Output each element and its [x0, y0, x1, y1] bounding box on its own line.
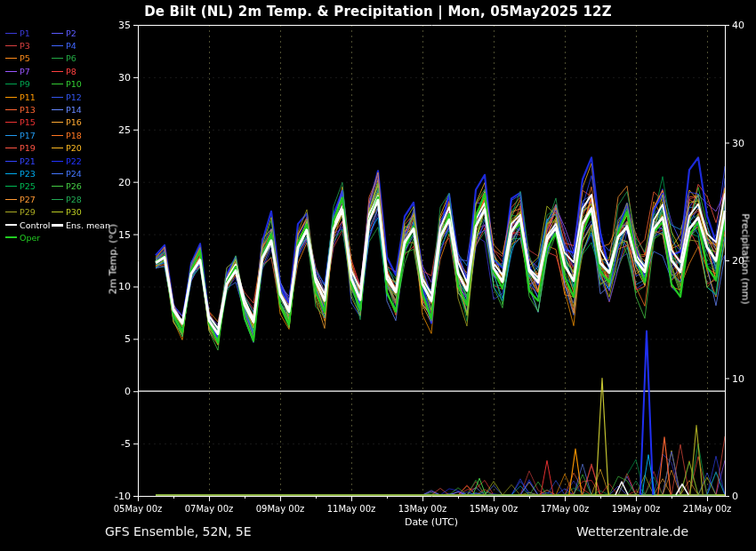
legend-color-dash [5, 97, 17, 98]
legend-color-dash [52, 122, 63, 123]
legend-item-p27: P27 [5, 193, 52, 205]
legend-label: P30 [66, 207, 82, 217]
legend-color-dash [5, 212, 17, 212]
legend-item-ensmean: Ens. mean [52, 219, 103, 231]
legend-color-dash [52, 224, 63, 227]
legend-item-p16: P16 [52, 116, 103, 129]
legend-color-dash [5, 186, 17, 187]
legend-color-dash [52, 186, 63, 187]
legend-label: P29 [20, 207, 36, 217]
legend-label: P6 [66, 53, 76, 63]
footer-site-label: Wetterzentrale.de [576, 524, 688, 539]
legend-label: Oper [20, 233, 40, 243]
legend-item-p19: P19 [5, 142, 52, 155]
meteogram-page: De Bilt (NL) 2m Temp. & Precipitation | … [0, 0, 756, 551]
legend-item-p3: P3 [5, 39, 52, 52]
legend-item-p30: P30 [52, 205, 103, 218]
legend-label: P2 [66, 28, 76, 38]
legend-label: P3 [20, 41, 30, 51]
legend-color-dash [5, 84, 17, 84]
legend-color-dash [5, 224, 17, 226]
legend-item-control: Control [5, 219, 52, 231]
legend-color-dash [5, 148, 17, 148]
legend-label: P4 [66, 41, 76, 51]
legend-item-p9: P9 [5, 78, 52, 91]
legend-color-dash [52, 161, 63, 162]
legend-item-p26: P26 [52, 180, 103, 193]
legend-label: P21 [20, 156, 36, 166]
legend-label: P5 [20, 53, 30, 63]
legend-label: P18 [66, 131, 82, 140]
legend-item-oper: Oper [5, 231, 52, 244]
legend-color-dash [52, 148, 63, 148]
y-axis-label-precip: Precipitation (mm) [740, 171, 752, 348]
legend-color-dash [52, 109, 63, 110]
legend: P1P2P3P4P5P6P7P8P9P10P11P12P13P14P15P16P… [5, 27, 103, 244]
legend-item-p18: P18 [52, 129, 103, 141]
legend-item-p22: P22 [52, 155, 103, 167]
legend-label: P13 [20, 105, 36, 115]
legend-label: P22 [66, 156, 82, 166]
legend-color-dash [5, 173, 17, 174]
legend-label: P14 [66, 105, 82, 115]
legend-color-dash [5, 71, 17, 72]
legend-item-p12: P12 [52, 91, 103, 103]
legend-label: P10 [66, 79, 82, 89]
legend-item-p13: P13 [5, 103, 52, 116]
legend-label: Control [20, 220, 50, 230]
legend-color-dash [5, 236, 17, 238]
legend-item-p7: P7 [5, 65, 52, 77]
legend-label: P28 [66, 195, 82, 204]
legend-item-p25: P25 [5, 180, 52, 193]
legend-color-dash [5, 135, 17, 136]
legend-item-p21: P21 [5, 155, 52, 167]
legend-label: P23 [20, 169, 36, 179]
legend-color-dash [5, 109, 17, 110]
legend-label: P27 [20, 195, 36, 204]
chart-title: De Bilt (NL) 2m Temp. & Precipitation | … [0, 4, 756, 20]
legend-item-p17: P17 [5, 129, 52, 141]
legend-color-dash [5, 199, 17, 200]
legend-color-dash [5, 33, 17, 34]
legend-color-dash [52, 58, 63, 59]
legend-color-dash [52, 199, 63, 200]
legend-item-p15: P15 [5, 116, 52, 129]
legend-item-p1: P1 [5, 27, 52, 39]
legend-label: P15 [20, 117, 36, 127]
legend-color-dash [5, 161, 17, 162]
legend-color-dash [52, 71, 63, 72]
legend-item-p4: P4 [52, 39, 103, 52]
legend-item-p5: P5 [5, 52, 52, 65]
legend-color-dash [5, 58, 17, 59]
legend-label: P9 [20, 79, 30, 89]
legend-item-p20: P20 [52, 142, 103, 155]
legend-label: P1 [20, 28, 30, 38]
legend-color-dash [5, 122, 17, 123]
legend-color-dash [5, 45, 17, 46]
legend-label: P24 [66, 169, 82, 179]
legend-label: P19 [20, 143, 36, 153]
legend-label: P16 [66, 117, 82, 127]
legend-label: P20 [66, 143, 82, 153]
legend-label: P26 [66, 181, 82, 191]
legend-item-p6: P6 [52, 52, 103, 65]
legend-label: P7 [20, 67, 30, 76]
legend-label: Ens. mean [66, 220, 110, 230]
legend-color-dash [52, 212, 63, 212]
legend-color-dash [52, 84, 63, 84]
footer-model-label: GFS Ensemble, 52N, 5E [105, 524, 252, 539]
y-axis-label-temp: 2m Temp. (°C) [108, 171, 119, 348]
legend-item-p24: P24 [52, 167, 103, 180]
legend-item-p28: P28 [52, 193, 103, 205]
legend-label: P12 [66, 92, 82, 102]
legend-item-p2: P2 [52, 27, 103, 39]
legend-label: P25 [20, 181, 36, 191]
legend-color-dash [52, 135, 63, 136]
legend-color-dash [52, 45, 63, 46]
legend-item-p23: P23 [5, 167, 52, 180]
legend-label: P17 [20, 131, 36, 140]
legend-item-p8: P8 [52, 65, 103, 77]
legend-label: P11 [20, 92, 36, 102]
legend-item-p10: P10 [52, 78, 103, 91]
legend-label: P8 [66, 67, 76, 76]
